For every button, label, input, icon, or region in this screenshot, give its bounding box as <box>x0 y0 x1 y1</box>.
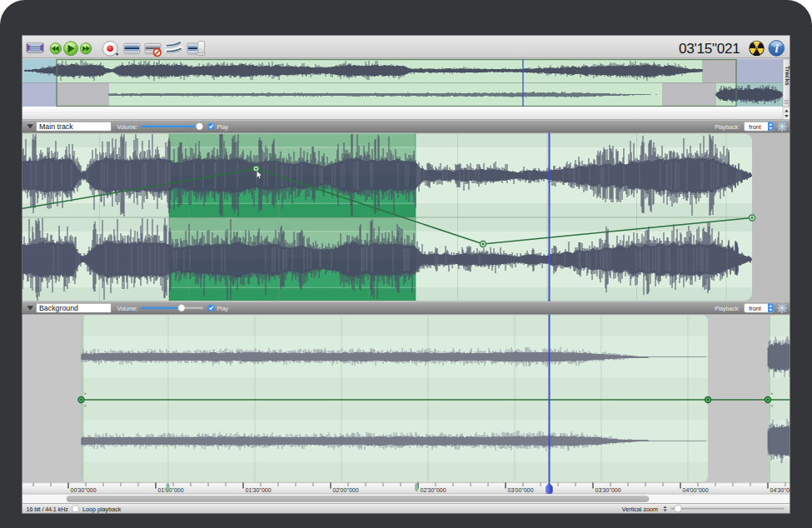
svg-text:Play: Play <box>217 124 229 131</box>
svg-text:front: front <box>749 305 760 312</box>
svg-text:Loop playback: Loop playback <box>82 506 122 513</box>
svg-text:01'00"000: 01'00"000 <box>158 487 184 493</box>
svg-text:Playback:: Playback: <box>715 124 740 131</box>
svg-text:Main track: Main track <box>39 122 73 131</box>
svg-text:Vertical zoom: Vertical zoom <box>622 506 658 513</box>
svg-text:02'00"000: 02'00"000 <box>333 487 359 493</box>
svg-text:03'30"000: 03'30"000 <box>595 487 621 493</box>
svg-text:04'00"000: 04'00"000 <box>683 487 709 493</box>
svg-text:Volume:: Volume: <box>117 124 138 130</box>
svg-text:front: front <box>749 123 760 131</box>
svg-text:03'00"000: 03'00"000 <box>508 487 534 493</box>
svg-text:Playback:: Playback: <box>715 306 740 312</box>
svg-text:02'30"000: 02'30"000 <box>421 487 446 493</box>
svg-text:16 bit / 44.1 kHz: 16 bit / 44.1 kHz <box>27 506 69 513</box>
svg-text:Background: Background <box>39 304 78 312</box>
svg-text:03'15"021: 03'15"021 <box>679 40 740 57</box>
svg-text:01'30"000: 01'30"000 <box>246 487 271 493</box>
svg-text:Play: Play <box>217 306 229 312</box>
svg-text:00'30"000: 00'30"000 <box>71 487 97 493</box>
svg-text:Volume:: Volume: <box>117 306 138 311</box>
